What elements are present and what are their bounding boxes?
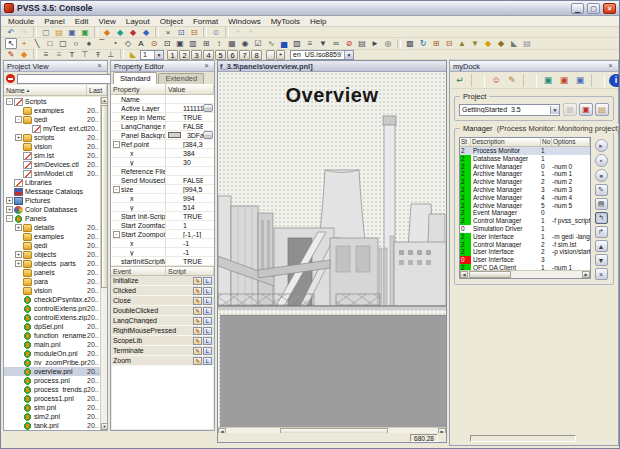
property-row[interactable]: Active Layer 11111111 … [111,104,214,113]
filter-icon[interactable] [6,74,15,83]
kill-manager-button[interactable]: ● [595,169,608,182]
maximize-button[interactable]: ▢ [587,3,600,14]
rounded-rect-tool[interactable]: ▢ [57,38,69,49]
expander-icon[interactable]: + [15,260,22,267]
tab-extended[interactable]: Extended [158,73,204,84]
open-project-button[interactable]: ▤ [595,103,609,116]
expander-icon[interactable] [122,195,129,202]
expander-icon[interactable]: + [15,251,22,258]
expander-icon[interactable] [113,168,120,175]
register-project-button[interactable]: ▦ [563,103,577,116]
layer-extra-button[interactable] [266,50,275,60]
property-row[interactable]: x -1 … [111,239,214,248]
panel-canvas[interactable]: Overview [218,72,446,427]
para-center-icon[interactable]: ≡ [53,49,65,60]
move-down-button[interactable]: ▼ [595,254,608,266]
delete-manager-button[interactable]: × [595,268,608,280]
property-row[interactable]: Panel Background _3DFace … [111,131,214,140]
close-icon[interactable]: × [95,62,104,71]
expander-icon[interactable]: - [113,141,120,148]
embedded-module-widget[interactable]: ▧ [291,38,303,49]
para-left-icon[interactable]: ≡ [40,49,52,60]
event-row[interactable]: Zoom ✎ L [111,356,214,366]
expander-icon[interactable] [15,107,22,114]
zoom-widget[interactable]: ◎ [382,38,394,49]
expander-icon[interactable] [113,222,120,229]
manager-console-button[interactable]: ▤ [595,198,608,210]
manager-horizontal-scrollbar[interactable]: ◀ ▶ [460,270,590,278]
expander-icon[interactable] [113,123,120,130]
script-library-button[interactable]: L [203,357,212,365]
color1-tool[interactable]: ◆ [482,38,494,49]
event-row[interactable]: RightMousePressed ✎ L [111,326,214,336]
expander-icon[interactable] [15,152,22,159]
tree-item[interactable]: process.pnl 20.. [4,376,100,385]
column-name[interactable]: Name ▴ [4,85,87,95]
expander-icon[interactable] [15,359,22,366]
console-exit-icon[interactable]: ↵ [453,74,467,87]
tab-standard[interactable]: Standard [113,72,157,84]
text-T-icon[interactable]: T [66,49,78,60]
grid-tool[interactable]: ▩ [404,38,416,49]
property-row[interactable]: Send Mouseclick FALSE … [111,176,214,185]
edit-script-button[interactable]: ✎ [193,317,202,325]
layer-button[interactable]: 8 [251,50,262,60]
ink-tool[interactable]: ◣ [127,49,139,60]
expander-icon[interactable] [113,258,120,265]
bar-widget[interactable]: ▥ [187,38,199,49]
layer-button[interactable]: 2 [179,50,190,60]
catch-tool[interactable]: + [18,38,30,49]
expander-icon[interactable]: + [6,206,13,213]
column-state[interactable]: St [460,138,471,146]
expander-icon[interactable]: + [15,134,22,141]
tree-item[interactable]: controlExtens.pnl 20.. [4,304,100,313]
rotate-tool[interactable]: ↻ [417,38,429,49]
layer-button[interactable]: 4 [203,50,214,60]
console-module-icon[interactable]: ▣ [557,74,571,87]
edit-script-button[interactable]: ✎ [193,297,202,305]
expander-icon[interactable]: - [113,186,120,193]
tree-item[interactable]: simModel.ctl 20.. [4,169,100,178]
expander-icon[interactable]: - [15,116,22,123]
layer-button[interactable]: 1 [167,50,178,60]
property-row[interactable]: x 994 … [111,194,214,203]
expander-icon[interactable] [122,150,129,157]
copy-button[interactable]: ⊡ [175,27,187,38]
layer-button[interactable]: 5 [215,50,226,60]
tree-item[interactable]: Libraries [4,178,100,187]
script-library-button[interactable]: L [203,337,212,345]
expander-icon[interactable]: + [15,224,22,231]
tree-item[interactable]: + scripts 20.. [4,133,100,142]
menu-item[interactable]: Edit [70,17,94,26]
tree-item[interactable]: checkDPsyntax.exclude 20.. [4,295,100,304]
close-icon[interactable]: × [202,62,211,71]
expander-icon[interactable] [6,188,13,195]
raise-tool[interactable]: ▲ [456,38,468,49]
new-panel-button[interactable]: ▢ [40,27,52,38]
edit-script-button[interactable]: ✎ [193,277,202,285]
scroll-left-icon[interactable]: ◀ [460,271,468,278]
tree-item[interactable]: controlExtens.zip 20.. [4,313,100,322]
script-library-button[interactable]: L [203,327,212,335]
radio-widget[interactable]: ◉ [239,38,251,49]
expander-icon[interactable] [15,314,22,321]
script-library-button[interactable]: L [203,347,212,355]
script-library-button[interactable]: L [203,297,212,305]
expander-icon[interactable] [15,269,22,276]
menu-item[interactable]: MyTools [266,17,305,26]
export-tool[interactable]: ▤ [521,38,533,49]
column-event[interactable]: Event [111,267,166,275]
expander-icon[interactable] [15,332,22,339]
property-row[interactable]: startInitScriptMode TRUE … [111,257,214,266]
frame-widget[interactable]: ⊡ [161,38,173,49]
tree-item[interactable]: gedi 20.. [4,241,100,250]
info-icon[interactable]: i [609,74,620,87]
property-row[interactable]: Keep in Memory TRUE … [111,113,214,122]
tree-item[interactable]: sim.pnl 20.. [4,403,100,412]
script-library-button[interactable]: L [203,287,212,295]
expander-icon[interactable] [15,395,22,402]
tree-item[interactable]: examples 20.. [4,232,100,241]
tree-item[interactable]: nv_zoomPribe.pnl 20.. [4,358,100,367]
insert-manager-button[interactable]: ↰ [595,212,608,224]
expander-icon[interactable] [113,132,120,139]
